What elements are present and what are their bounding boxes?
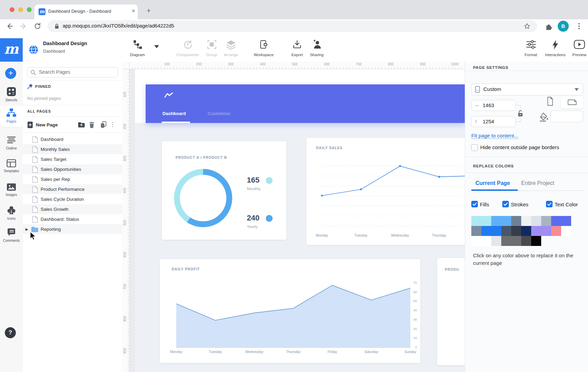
palette-swatch[interactable]	[531, 226, 551, 236]
folder-list-item[interactable]: ▶ Reporting	[23, 224, 122, 234]
design-canvas[interactable]: DashboardCustomize PRODUCT A / PRODUCT B…	[122, 62, 465, 372]
project-title[interactable]: Dashboard Design	[43, 41, 87, 46]
mockup-tab-customize[interactable]: Customize	[208, 111, 230, 116]
browser-tab[interactable]: m Dashboard Design - Dashboard ×	[34, 4, 138, 19]
palette-swatch[interactable]	[501, 226, 511, 236]
export-download-icon[interactable]	[292, 39, 302, 50]
palette-swatch[interactable]	[531, 216, 541, 226]
palette-swatch[interactable]	[521, 226, 531, 236]
page-list-item[interactable]: Product Performance	[23, 184, 122, 194]
macos-zoom-button[interactable]	[27, 7, 32, 12]
palette-swatch[interactable]	[491, 216, 511, 226]
preview-play-icon[interactable]	[574, 39, 585, 50]
sidebar-item-stencils[interactable]: TStencils	[0, 84, 23, 106]
daily-profit-card[interactable]: DAILY PROFIT 706050403020100 MondayTuesd…	[160, 259, 420, 363]
delete-page-trash-icon[interactable]	[89, 121, 95, 128]
macos-minimize-button[interactable]	[18, 7, 23, 12]
duplicate-page-icon[interactable]	[100, 121, 107, 128]
page-width-input[interactable]	[482, 102, 511, 108]
page-height-input[interactable]	[482, 118, 511, 125]
palette-swatch[interactable]	[521, 216, 531, 226]
close-tab-icon[interactable]: ×	[132, 8, 135, 14]
hide-content-checkbox[interactable]	[471, 144, 478, 151]
page-list-item[interactable]: Dashboard: Status	[23, 214, 122, 224]
daily-sales-card[interactable]: DAILY SALES MondayTuesdayWednesdayThursd…	[306, 138, 465, 245]
sharing-person-icon[interactable]	[311, 39, 323, 50]
palette-swatch[interactable]	[471, 236, 491, 246]
diagram-icon[interactable]	[132, 39, 143, 50]
sidebar-item-outline[interactable]: Outline	[0, 133, 23, 155]
page-width-field[interactable]: ↔	[471, 100, 516, 111]
macos-close-button[interactable]	[10, 7, 14, 12]
page-list-item[interactable]: Monthly Sales	[23, 144, 122, 154]
sharing-label[interactable]: Sharing	[310, 53, 324, 57]
diagram-label[interactable]: Diagram	[130, 53, 145, 57]
page-fill-color-field[interactable]	[550, 111, 583, 122]
palette-swatch[interactable]	[541, 216, 551, 226]
partial-product-card[interactable]: PRODU	[437, 258, 465, 365]
palette-swatch[interactable]	[501, 236, 521, 246]
palette-swatch[interactable]	[481, 226, 501, 236]
palette-swatch[interactable]	[561, 226, 571, 236]
new-page-icon[interactable]	[27, 121, 34, 129]
palette-swatch[interactable]	[531, 236, 541, 246]
sidebar-item-icons[interactable]: Icons	[0, 203, 23, 224]
checkbox-text-color[interactable]	[546, 201, 553, 207]
add-stencil-button[interactable]: +	[5, 68, 16, 79]
workspace-icon[interactable]	[259, 39, 269, 50]
folder-expand-caret-icon[interactable]: ▶	[25, 224, 28, 234]
page-list-item[interactable]: Sales Target	[23, 154, 122, 164]
new-tab-button[interactable]: +	[144, 6, 154, 16]
page-list-item[interactable]: Sales per Rep	[23, 174, 122, 184]
page-list-item[interactable]: Sales Cycle Duration	[23, 194, 122, 204]
back-button[interactable]	[6, 22, 14, 30]
mockup-tab-dashboard[interactable]: Dashboard	[162, 111, 186, 116]
page-list-item[interactable]: Dashboard	[23, 134, 122, 144]
palette-swatch[interactable]	[551, 226, 561, 236]
fit-page-link[interactable]: Fit page to content...	[471, 133, 518, 139]
forward-button[interactable]	[19, 22, 28, 30]
page-size-preset-select[interactable]: Custom	[471, 83, 583, 95]
diagram-dropdown-caret-icon[interactable]	[154, 45, 159, 48]
palette-swatch[interactable]	[511, 216, 521, 226]
replace-colors-tab-entire-project[interactable]: Entire Project	[521, 180, 554, 186]
new-page-label[interactable]: New Page	[36, 122, 58, 127]
sidebar-item-pages[interactable]: Pages	[0, 106, 23, 127]
palette-swatch[interactable]	[471, 216, 491, 226]
palette-swatch[interactable]	[521, 236, 531, 246]
format-sliders-icon[interactable]	[526, 39, 537, 50]
palette-swatch[interactable]	[491, 236, 501, 246]
format-label[interactable]: Format	[525, 53, 537, 57]
page-list-item[interactable]: Sales Opportunities	[23, 164, 122, 174]
page-list-item[interactable]: Sales Growth	[23, 204, 122, 214]
new-folder-icon[interactable]	[78, 122, 85, 128]
mockup-nav-header[interactable]: DashboardCustomize	[146, 84, 465, 123]
sidebar-item-comments[interactable]: Comments	[0, 226, 23, 247]
pages-menu-kebab-icon[interactable]: ⋮	[109, 121, 115, 128]
sidebar-item-images[interactable]: Images	[0, 180, 23, 202]
preview-label[interactable]: Preview	[573, 53, 587, 57]
workspace-label[interactable]: Workspace	[254, 53, 273, 57]
browser-profile-avatar[interactable]: B	[558, 21, 569, 32]
unlocked-padlock-icon[interactable]	[517, 110, 523, 117]
bookmark-star-icon[interactable]	[524, 23, 530, 29]
palette-swatch[interactable]	[511, 226, 521, 236]
page-height-field[interactable]: ↕	[471, 116, 516, 127]
sidebar-item-templates[interactable]: Templates	[0, 157, 23, 178]
interactions-label[interactable]: Interactions	[545, 53, 565, 57]
replace-colors-tab-current-page[interactable]: Current Page	[475, 180, 510, 186]
moqups-logo[interactable]: m	[0, 38, 23, 62]
omnibox[interactable]: app.moqups.com/JkxITO5lfx/edit/page/ad64…	[48, 20, 537, 32]
portrait-orientation-icon[interactable]	[547, 96, 554, 106]
palette-swatch[interactable]	[471, 226, 481, 236]
reload-button[interactable]	[33, 22, 42, 30]
checkbox-fills[interactable]	[471, 201, 478, 207]
palette-swatch[interactable]	[551, 216, 571, 226]
interactions-bolt-icon[interactable]	[551, 39, 559, 50]
help-button[interactable]: ?	[5, 327, 16, 338]
product-donut-card[interactable]: PRODUCT A / PRODUCT B 165 Monthly 240 Ye…	[162, 141, 286, 240]
extensions-puzzle-icon[interactable]	[545, 23, 553, 30]
search-pages-input[interactable]	[38, 69, 115, 75]
search-pages-box[interactable]	[27, 67, 118, 78]
checkbox-strokes[interactable]	[502, 201, 509, 207]
